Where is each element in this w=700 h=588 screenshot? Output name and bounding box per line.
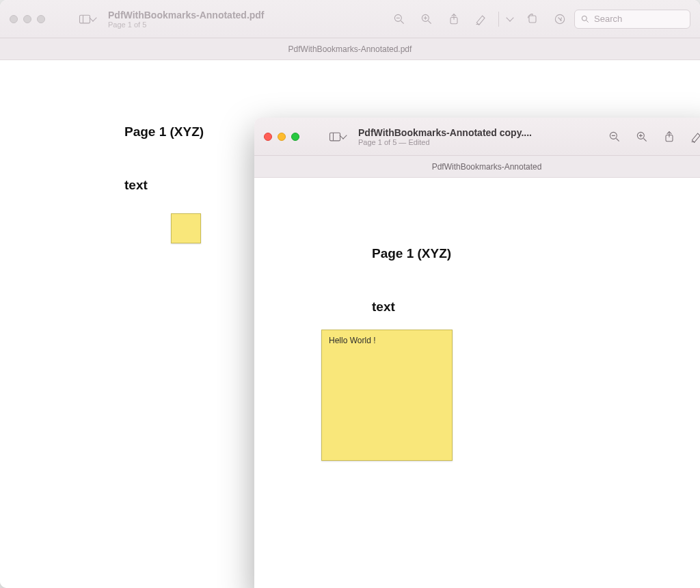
svg-rect-0 xyxy=(80,15,90,23)
document-canvas[interactable]: Page 1 (XYZ) text Hello World ! xyxy=(254,178,700,588)
svg-line-22 xyxy=(644,138,647,141)
highlight-icon xyxy=(553,12,567,26)
search-icon xyxy=(580,14,590,24)
page-indicator: Page 1 of 5 — Edited xyxy=(358,138,532,146)
share-button[interactable] xyxy=(656,126,682,148)
tab-label[interactable]: PdfWithBookmarks-Annotated.pdf xyxy=(288,44,412,54)
markup-icon xyxy=(474,12,488,26)
search-field[interactable] xyxy=(574,10,690,29)
share-icon xyxy=(662,130,676,144)
window-title-group: PdfWithBookmarks-Annotated.pdf Page 1 of… xyxy=(108,10,265,29)
page-indicator: Page 1 of 5 xyxy=(108,21,265,29)
chevron-down-icon xyxy=(506,14,513,21)
window-title: PdfWithBookmarks-Annotated.pdf xyxy=(108,10,265,21)
minimize-icon[interactable] xyxy=(23,15,31,23)
sticky-note-annotation[interactable] xyxy=(171,213,201,243)
search-input[interactable] xyxy=(594,14,676,24)
toolbar: PdfWithBookmarks-Annotated copy.... Page… xyxy=(254,118,700,156)
markup-icon xyxy=(690,130,700,144)
minimize-icon[interactable] xyxy=(278,133,286,141)
window-controls xyxy=(264,133,299,141)
window-controls xyxy=(10,15,45,23)
tab-label[interactable]: PdfWithBookmarks-Annotated xyxy=(432,162,542,172)
svg-rect-12 xyxy=(529,16,536,23)
sidebar-toggle-button[interactable] xyxy=(74,8,100,30)
toolbar-right-group xyxy=(386,8,690,30)
page-heading: Page 1 (XYZ) xyxy=(372,246,451,261)
svg-rect-16 xyxy=(330,133,340,141)
sticky-note-text: Hello World ! xyxy=(322,330,452,351)
toolbar-separator xyxy=(498,12,499,27)
sidebar-toggle-button[interactable] xyxy=(324,126,350,148)
zoom-in-icon xyxy=(420,12,433,26)
close-icon[interactable] xyxy=(10,15,18,23)
toolbar-right-group xyxy=(602,126,700,148)
zoom-out-button[interactable] xyxy=(602,126,628,148)
fullscreen-icon[interactable] xyxy=(37,15,45,23)
tab-bar: PdfWithBookmarks-Annotated.pdf xyxy=(0,38,700,60)
highlight-button[interactable] xyxy=(547,8,573,30)
svg-line-3 xyxy=(401,21,404,23)
share-button[interactable] xyxy=(441,8,467,30)
zoom-out-button[interactable] xyxy=(386,8,412,30)
markup-button[interactable] xyxy=(684,126,700,148)
rotate-icon xyxy=(526,12,539,26)
tab-bar: PdfWithBookmarks-Annotated xyxy=(254,156,700,178)
rotate-button[interactable] xyxy=(520,8,546,30)
toolbar: PdfWithBookmarks-Annotated.pdf Page 1 of… xyxy=(0,0,700,38)
share-icon xyxy=(447,12,461,26)
window-title: PdfWithBookmarks-Annotated copy.... xyxy=(358,127,532,138)
page-heading: Page 1 (XYZ) xyxy=(124,124,204,139)
zoom-in-icon xyxy=(635,130,649,144)
preview-window-front: PdfWithBookmarks-Annotated copy.... Page… xyxy=(254,118,700,588)
zoom-out-icon xyxy=(392,12,406,26)
window-title-group: PdfWithBookmarks-Annotated copy.... Page… xyxy=(358,127,532,146)
svg-line-6 xyxy=(429,21,431,23)
zoom-out-icon xyxy=(608,130,621,144)
markup-dropdown-button[interactable] xyxy=(503,8,518,30)
markup-button[interactable] xyxy=(468,8,494,30)
zoom-in-button[interactable] xyxy=(414,8,440,30)
svg-line-19 xyxy=(617,138,619,141)
page-text-label: text xyxy=(372,299,395,315)
close-icon[interactable] xyxy=(264,133,272,141)
page-text-label: text xyxy=(124,178,148,193)
zoom-in-button[interactable] xyxy=(629,126,655,148)
svg-line-15 xyxy=(587,20,589,22)
fullscreen-icon[interactable] xyxy=(291,133,299,141)
svg-point-14 xyxy=(582,16,587,21)
sticky-note-annotation[interactable]: Hello World ! xyxy=(321,330,453,461)
